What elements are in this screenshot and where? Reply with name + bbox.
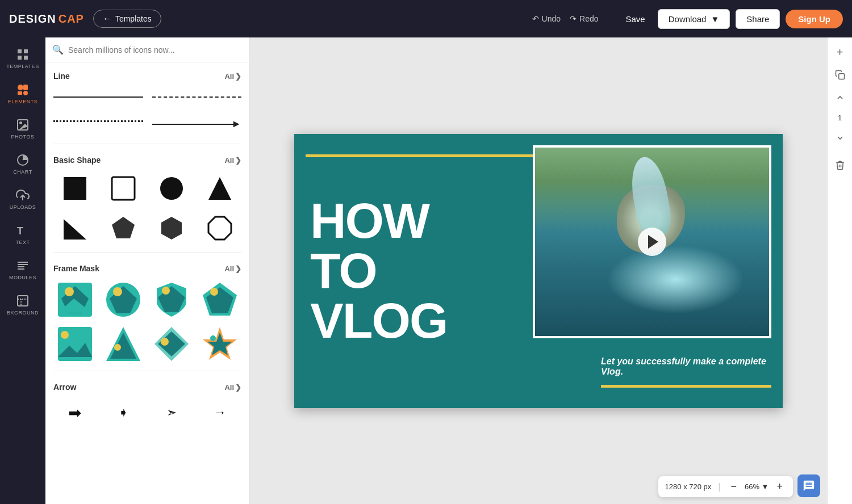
undo-icon: ↶	[532, 14, 539, 23]
redo-button[interactable]: ↷ Redo	[570, 14, 598, 23]
svg-marker-24	[161, 217, 182, 240]
shape-octagon-outline[interactable]	[199, 211, 241, 245]
svg-point-46	[161, 338, 169, 346]
divider-2	[53, 252, 241, 253]
svg-point-37	[210, 288, 218, 296]
sidebar-item-chart[interactable]: CHART	[0, 148, 45, 180]
sidebar-item-photos[interactable]: PHOTOS	[0, 112, 45, 145]
video-thumbnail[interactable]	[533, 145, 771, 338]
frame-circle[interactable]	[102, 280, 145, 320]
frame-shield[interactable]	[150, 280, 194, 320]
templates-button[interactable]: ← Templates	[93, 10, 161, 28]
sidebar-item-text[interactable]: T TEXT	[0, 218, 45, 251]
frame-landscape-icon	[57, 326, 93, 362]
elements-panel: 🔍 Line All ❯	[45, 37, 250, 504]
sidebar-item-modules[interactable]: MODULES	[0, 253, 45, 286]
canvas-subtitle[interactable]: Let you successfully make a complete Vlo…	[601, 356, 767, 377]
frame-landscape-square[interactable]	[53, 324, 97, 364]
arrow-double[interactable]: ➧	[102, 398, 144, 427]
sidebar-item-elements[interactable]: ELEMENTS	[0, 77, 45, 110]
play-button[interactable]	[638, 228, 666, 256]
shape-hexagon-filled[interactable]	[151, 211, 193, 245]
arrows-grid: ➡ ➧ ➣ →	[53, 398, 241, 427]
search-bar: 🔍	[45, 37, 249, 62]
sidebar-item-uploads[interactable]: UPLOADS	[0, 183, 45, 216]
shape-filled-circle[interactable]	[151, 171, 193, 205]
sidebar-chart-label: CHART	[13, 169, 32, 175]
basic-shape-chevron-icon: ❯	[235, 156, 241, 165]
frame-triangle[interactable]	[102, 324, 145, 364]
frame-star[interactable]	[198, 324, 241, 364]
search-icon: 🔍	[52, 44, 64, 55]
zoom-out-button[interactable]: −	[727, 480, 740, 494]
arrow-all-button[interactable]: All ❯	[224, 383, 241, 392]
svg-text:T: T	[17, 225, 23, 237]
save-button[interactable]: Save	[619, 11, 652, 27]
line-all-button[interactable]: All ❯	[224, 72, 241, 81]
frame-pentagon[interactable]	[198, 280, 241, 320]
frame-mask-all-button[interactable]: All ❯	[224, 264, 241, 273]
svg-point-34	[162, 287, 170, 295]
add-page-button[interactable]: +	[831, 43, 849, 61]
svg-point-4	[18, 85, 23, 90]
undo-button[interactable]: ↶ Undo	[532, 14, 561, 23]
line-dashed-item[interactable]	[152, 90, 242, 104]
svg-rect-19	[112, 177, 135, 200]
svg-point-20	[160, 177, 183, 200]
grid-icon	[16, 48, 30, 61]
frame-pentagon-icon	[202, 282, 238, 318]
frame-mask-header: Frame Mask All ❯	[53, 264, 241, 273]
shape-filled-triangle[interactable]	[199, 171, 241, 205]
arrow-triple[interactable]: ➣	[151, 398, 193, 427]
main-title[interactable]: HOW TO VLOG	[310, 168, 447, 374]
sidebar-item-templates[interactable]: TEMPLATES	[0, 42, 45, 75]
design-canvas[interactable]: HOW TO VLOG Let you successfully make a …	[294, 134, 783, 408]
chat-button[interactable]	[797, 474, 820, 497]
logo: DESIGNCAP	[9, 12, 84, 26]
svg-marker-22	[64, 219, 86, 240]
copy-page-button[interactable]	[831, 66, 849, 84]
signup-button[interactable]: Sign Up	[786, 10, 843, 28]
arrow-thin[interactable]: →	[199, 398, 241, 427]
line-section: Line All ❯ ►	[45, 62, 249, 141]
download-button[interactable]: Download ▼	[658, 9, 730, 29]
frame-diamond[interactable]	[150, 324, 194, 364]
arrow-bold[interactable]: ➡	[53, 398, 96, 427]
frame-mask-chevron-icon: ❯	[235, 264, 241, 273]
bottom-bar: 1280 x 720 px | − 66% ▼ +	[658, 476, 793, 497]
canvas-area[interactable]: HOW TO VLOG Let you successfully make a …	[250, 37, 827, 504]
arrow-section-header: Arrow All ❯	[53, 383, 241, 392]
zoom-in-button[interactable]: +	[773, 480, 786, 494]
basic-shape-all-button[interactable]: All ❯	[224, 156, 241, 165]
title-line3: VLOG	[310, 296, 447, 346]
line-arrow-item[interactable]: ►	[152, 114, 242, 135]
svg-rect-1	[24, 49, 28, 53]
sidebar-item-background[interactable]: BKGROUND	[0, 288, 45, 321]
sidebar-background-label: BKGROUND	[7, 310, 39, 316]
page-down-button[interactable]	[831, 129, 849, 147]
frame-triangle-icon	[105, 326, 141, 362]
shape-pentagon[interactable]	[102, 211, 144, 245]
undo-label: Undo	[542, 14, 561, 23]
sidebar-elements-label: ELEMENTS	[8, 99, 38, 104]
line-section-title: Line	[53, 72, 70, 81]
frame-grid	[53, 280, 241, 364]
shape-right-triangle[interactable]	[53, 211, 96, 245]
filled-circle-icon	[158, 175, 185, 202]
frame-square[interactable]	[53, 280, 97, 320]
octagon-outline-icon	[206, 215, 233, 242]
main-layout: TEMPLATES ELEMENTS PHOTOS CHART	[0, 37, 852, 504]
share-button[interactable]: Share	[736, 9, 780, 29]
shape-filled-square[interactable]	[53, 171, 96, 205]
svg-rect-6	[18, 91, 22, 95]
basic-shape-header: Basic Shape All ❯	[53, 156, 241, 165]
header-actions: Save Download ▼ Share Sign Up	[619, 9, 843, 29]
svg-rect-5	[23, 85, 28, 90]
page-up-button[interactable]	[831, 89, 849, 107]
line-dotted-item[interactable]	[53, 114, 143, 135]
delete-page-button[interactable]	[831, 156, 849, 174]
shape-outline-square[interactable]	[102, 171, 144, 205]
modules-icon	[16, 259, 30, 272]
search-input[interactable]	[68, 45, 243, 54]
line-solid-item[interactable]	[53, 90, 143, 104]
